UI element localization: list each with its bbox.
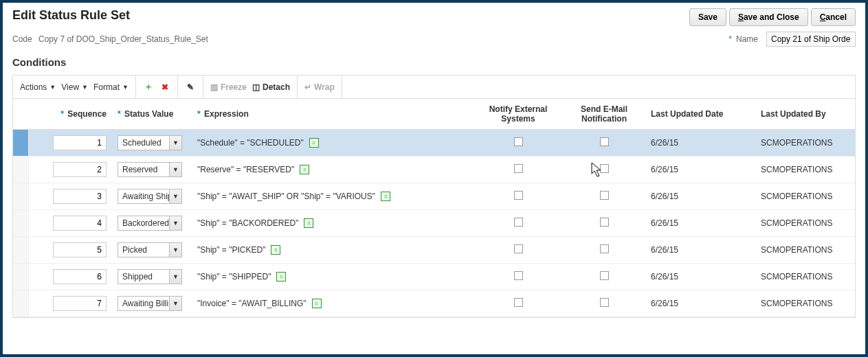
sequence-input[interactable] [53,269,107,284]
code-value: Copy 7 of DOO_Ship_Order_Status_Rule_Set [38,34,208,44]
expression-text: "Schedule" = "SCHEDULED" [197,138,304,148]
row-grip[interactable] [13,130,28,157]
chevron-down-icon[interactable]: ▼ [169,163,181,176]
cancel-button[interactable]: Cancel [811,8,856,26]
expression-builder-icon[interactable]: ⌗ [271,245,280,255]
name-label: Name [736,34,758,44]
col-expression: Expression [204,109,249,119]
chevron-down-icon[interactable]: ▼ [169,270,181,284]
send-email-checkbox[interactable] [600,298,609,307]
status-value-text: Awaiting Billin [118,297,169,310]
chevron-down-icon[interactable]: ▼ [169,297,181,310]
sequence-input[interactable] [53,189,107,204]
row-grip[interactable] [13,183,28,210]
required-star-icon: * [118,109,121,119]
sequence-input[interactable] [53,296,107,311]
notify-external-checkbox[interactable] [514,271,523,280]
row-grip[interactable] [13,210,28,237]
expression-builder-icon[interactable]: ⌗ [300,165,309,174]
save-button[interactable]: Save [689,8,726,26]
notify-external-checkbox[interactable] [514,298,523,307]
send-email-checkbox[interactable] [600,191,609,200]
last-updated-date: 6/26/15 [651,218,678,228]
chevron-down-icon[interactable]: ▼ [169,216,181,230]
code-label: Code [12,34,32,44]
detach-button[interactable]: ◫Detach [252,82,290,92]
status-value-text: Backordered [118,216,169,230]
status-value-text: Reserved [118,163,169,176]
col-last-updated-by: Last Updated By [761,109,826,119]
status-value-select[interactable]: Backordered▼ [118,216,182,231]
send-email-checkbox[interactable] [600,271,609,280]
row-grip[interactable] [13,264,28,290]
send-email-checkbox[interactable] [600,164,609,173]
required-star-icon: * [728,34,732,44]
chevron-down-icon[interactable]: ▼ [169,136,181,150]
table-row[interactable]: Shipped▼"Ship" = "SHIPPED"⌗6/26/15SCMOPE… [13,264,855,290]
sequence-input[interactable] [53,162,107,177]
status-value-select[interactable]: Awaiting Ship▼ [118,189,182,204]
expression-text: "Invoice" = "AWAIT_BILLING" [197,299,307,308]
freeze-button[interactable]: ▥Freeze [210,82,247,92]
status-value-select[interactable]: Shipped▼ [118,269,182,284]
chevron-down-icon[interactable]: ▼ [169,243,181,257]
notify-external-checkbox[interactable] [514,191,523,200]
expression-text: "Ship" = "AWAIT_SHIP" OR "Ship" = "VARIO… [197,192,375,201]
notify-external-checkbox[interactable] [514,244,523,253]
last-updated-date: 6/26/15 [651,245,678,255]
actions-menu[interactable]: Actions▼ [20,82,56,92]
status-value-select[interactable]: Picked▼ [118,242,182,257]
status-value-select[interactable]: Scheduled▼ [118,135,182,150]
last-updated-date: 6/26/15 [651,138,678,148]
expression-builder-icon[interactable]: ⌗ [276,272,286,281]
table-row[interactable]: Picked▼"Ship" = "PICKED"⌗6/26/15SCMOPERA… [13,237,855,264]
notify-external-checkbox[interactable] [514,137,523,146]
last-updated-date: 6/26/15 [651,165,678,174]
last-updated-by: SCMOPERATIONS [761,218,832,228]
status-value-select[interactable]: Reserved▼ [118,162,182,177]
expression-builder-icon[interactable]: ⌗ [309,138,319,148]
table-row[interactable]: Reserved▼"Reserve" = "RESERVED"⌗6/26/15S… [13,157,855,183]
last-updated-by: SCMOPERATIONS [761,165,832,174]
delete-row-icon[interactable]: ✖ [159,82,170,93]
sequence-input[interactable] [53,216,107,231]
table-row[interactable]: Backordered▼"Ship" = "BACKORDERED"⌗6/26/… [13,210,855,237]
table-row[interactable]: Awaiting Ship▼"Ship" = "AWAIT_SHIP" OR "… [13,183,855,210]
last-updated-date: 6/26/15 [651,272,678,281]
conditions-toolbar: Actions▼ View▼ Format▼ ＋ ✖ ✎ ▥Freeze ◫De… [12,75,856,98]
save-and-close-button[interactable]: Save and Close [729,8,808,26]
sequence-input[interactable] [53,135,107,150]
row-grip[interactable] [13,157,28,183]
notify-external-checkbox[interactable] [514,218,523,227]
table-row[interactable]: Scheduled▼"Schedule" = "SCHEDULED"⌗6/26/… [13,130,855,157]
table-row[interactable]: Awaiting Billin▼"Invoice" = "AWAIT_BILLI… [13,290,855,317]
format-menu[interactable]: Format▼ [93,82,129,92]
view-menu[interactable]: View▼ [61,82,88,92]
name-input[interactable] [766,32,856,47]
status-value-select[interactable]: Awaiting Billin▼ [118,296,182,311]
row-grip[interactable] [13,290,28,317]
send-email-checkbox[interactable] [600,244,609,253]
send-email-checkbox[interactable] [600,137,609,146]
chevron-down-icon[interactable]: ▼ [169,189,181,203]
page-title: Edit Status Rule Set [12,8,130,23]
add-row-icon[interactable]: ＋ [143,82,154,93]
send-email-checkbox[interactable] [600,218,609,227]
expression-builder-icon[interactable]: ⌗ [381,192,390,201]
wrap-button[interactable]: ↵Wrap [304,82,335,92]
last-updated-by: SCMOPERATIONS [761,272,832,281]
row-grip[interactable] [13,237,28,264]
edit-icon[interactable]: ✎ [185,82,196,93]
expression-builder-icon[interactable]: ⌗ [312,299,322,308]
expression-text: "Ship" = "SHIPPED" [197,272,271,281]
conditions-table: * Sequence * Status Value * Expression N… [13,99,855,317]
last-updated-by: SCMOPERATIONS [761,192,832,201]
status-value-text: Shipped [118,270,169,284]
expression-text: "Reserve" = "RESERVED" [197,165,294,174]
status-value-text: Picked [118,243,169,257]
required-star-icon: * [60,109,64,119]
last-updated-by: SCMOPERATIONS [761,299,832,308]
notify-external-checkbox[interactable] [514,164,523,173]
sequence-input[interactable] [53,242,107,257]
expression-builder-icon[interactable]: ⌗ [304,218,313,228]
